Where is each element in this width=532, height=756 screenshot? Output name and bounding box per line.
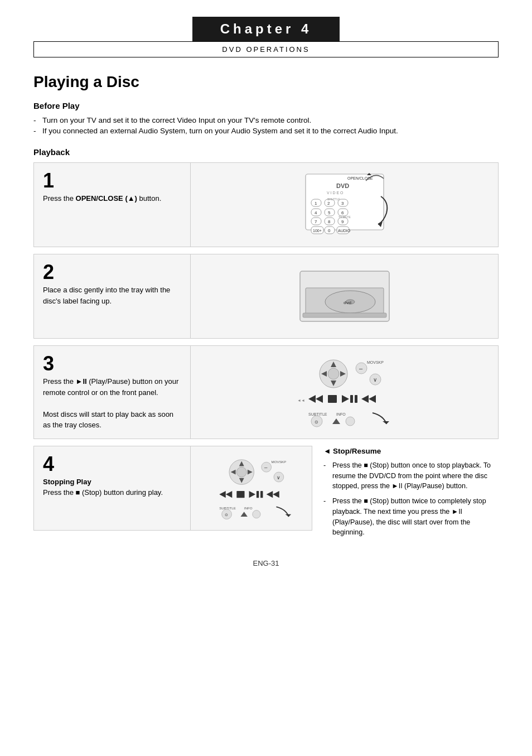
bottom-left: 4 Stopping Play Press the ■ (Stop) butto… bbox=[33, 446, 312, 543]
svg-text:V I D E O: V I D E O bbox=[327, 191, 344, 195]
svg-point-89 bbox=[252, 510, 260, 518]
step-4-svg: – ∨ MOVSKP SUBTITLE INFO ⊙ bbox=[207, 452, 296, 524]
before-play-list: Turn on your TV and set it to the correc… bbox=[33, 116, 499, 135]
svg-text:INFO: INFO bbox=[244, 505, 252, 509]
svg-text:∨: ∨ bbox=[373, 377, 377, 383]
before-play-heading: Before Play bbox=[33, 101, 499, 110]
stop-resume-item-1: Press the ■ (Stop) button once to stop p… bbox=[323, 460, 499, 492]
svg-rect-80 bbox=[256, 490, 258, 497]
svg-marker-63 bbox=[383, 421, 389, 424]
step-4-left: 4 Stopping Play Press the ■ (Stop) butto… bbox=[34, 446, 190, 530]
svg-text:–: – bbox=[359, 365, 363, 372]
svg-text:MOVSKP: MOVSKP bbox=[271, 460, 286, 464]
svg-marker-52 bbox=[342, 395, 349, 403]
step-3-left: 3 Press the ►II (Play/Pause) button on y… bbox=[34, 346, 190, 439]
chapter-header: Chapter 4 DVD Operations bbox=[33, 17, 499, 57]
svg-marker-83 bbox=[273, 490, 279, 497]
step-1-svg: DVD V I D E O OPEN/CLOSE 1 2 SHUTTLE 3 4… bbox=[294, 168, 395, 241]
step-2-box: 2 Place a disc gently into the tray with… bbox=[33, 254, 499, 339]
step-1-box: 1 Press the OPEN/CLOSE (▲) button. DVD V… bbox=[33, 162, 499, 247]
svg-text:DVD: DVD bbox=[336, 182, 349, 189]
svg-marker-50 bbox=[316, 395, 323, 403]
svg-marker-90 bbox=[285, 514, 291, 516]
step-4-diagram: – ∨ MOVSKP SUBTITLE INFO ⊙ bbox=[190, 446, 312, 530]
svg-text:INFO: INFO bbox=[336, 412, 346, 416]
stop-resume-list: Press the ■ (Stop) button once to stop p… bbox=[323, 460, 499, 538]
svg-text:5: 5 bbox=[328, 210, 331, 215]
steps-section: 1 Press the OPEN/CLOSE (▲) button. DVD V… bbox=[33, 162, 499, 439]
step-3-diagram: – ∨ MOVSKP SUBTITLE INFO bbox=[190, 346, 498, 439]
svg-text:⊙: ⊙ bbox=[315, 420, 318, 425]
stop-resume-heading: ◄ Stop/Resume bbox=[323, 446, 499, 457]
svg-text:2: 2 bbox=[327, 201, 330, 206]
svg-rect-51 bbox=[328, 395, 337, 403]
svg-text:6: 6 bbox=[341, 210, 344, 215]
svg-text:–: – bbox=[264, 464, 268, 470]
step-2-left: 2 Place a disc gently into the tray with… bbox=[34, 254, 190, 338]
svg-text:8: 8 bbox=[328, 219, 331, 224]
step-1-diagram: DVD V I D E O OPEN/CLOSE 1 2 SHUTTLE 3 4… bbox=[190, 163, 498, 247]
svg-marker-56 bbox=[369, 395, 376, 403]
step-2-text: Place a disc gently into the tray with t… bbox=[43, 285, 181, 306]
svg-text:3: 3 bbox=[341, 201, 344, 206]
chapter-subtitle: DVD Operations bbox=[33, 41, 499, 57]
svg-text:9: 9 bbox=[341, 219, 344, 224]
svg-marker-49 bbox=[308, 395, 316, 403]
list-item: If you connected an external Audio Syste… bbox=[33, 127, 499, 135]
step-3-svg: – ∨ MOVSKP SUBTITLE INFO bbox=[294, 351, 395, 432]
chapter-title: Chapter 4 bbox=[192, 17, 340, 41]
stop-resume-section: ◄ Stop/Resume Press the ■ (Stop) button … bbox=[323, 446, 499, 543]
svg-marker-82 bbox=[266, 490, 273, 497]
svg-marker-88 bbox=[240, 512, 247, 517]
step-4-number: 4 bbox=[43, 454, 181, 474]
step-2-number: 2 bbox=[43, 262, 181, 282]
svg-rect-81 bbox=[260, 490, 263, 497]
step-2-svg: dvd bbox=[294, 260, 395, 333]
step-2-diagram: dvd bbox=[190, 254, 498, 338]
stop-resume-item-2: Press the ■ (Stop) button twice to compl… bbox=[323, 496, 499, 538]
svg-text:0: 0 bbox=[328, 228, 331, 233]
playback-heading: Playback bbox=[33, 147, 499, 157]
svg-rect-53 bbox=[350, 395, 353, 403]
svg-text:1: 1 bbox=[315, 201, 317, 206]
page-footer: ENG-31 bbox=[33, 559, 499, 567]
svg-point-66 bbox=[236, 467, 246, 477]
svg-text:dvd: dvd bbox=[344, 300, 351, 305]
page-title: Playing a Disc bbox=[33, 73, 499, 91]
svg-point-62 bbox=[346, 417, 355, 426]
list-item: Turn on your TV and set it to the correc… bbox=[33, 116, 499, 124]
svg-marker-77 bbox=[225, 490, 232, 497]
svg-marker-61 bbox=[332, 418, 340, 424]
step-3-number: 3 bbox=[43, 354, 181, 374]
svg-marker-79 bbox=[249, 490, 255, 497]
step-4-subheading: Stopping Play bbox=[43, 478, 91, 486]
step-1-text: Press the OPEN/CLOSE (▲) button. bbox=[43, 193, 181, 204]
svg-text:◄◄: ◄◄ bbox=[297, 398, 305, 402]
step-1-number: 1 bbox=[43, 171, 181, 191]
step-4-box: 4 Stopping Play Press the ■ (Stop) butto… bbox=[33, 446, 312, 531]
svg-text:MOVSKP: MOVSKP bbox=[367, 360, 384, 364]
step-1-left: 1 Press the OPEN/CLOSE (▲) button. bbox=[34, 163, 190, 247]
step-3-text: Press the ►II (Play/Pause) button on you… bbox=[43, 376, 181, 431]
bottom-section: 4 Stopping Play Press the ■ (Stop) butto… bbox=[33, 446, 499, 543]
svg-text:∨: ∨ bbox=[277, 474, 280, 480]
svg-marker-55 bbox=[361, 395, 369, 403]
step-3-box: 3 Press the ►II (Play/Pause) button on y… bbox=[33, 345, 499, 439]
svg-rect-78 bbox=[236, 490, 244, 497]
svg-text:7: 7 bbox=[315, 219, 317, 224]
svg-point-39 bbox=[328, 368, 339, 379]
svg-text:AUDIO: AUDIO bbox=[338, 229, 351, 233]
svg-text:TV MUTE: TV MUTE bbox=[338, 215, 351, 219]
page-number: ENG-31 bbox=[253, 559, 279, 567]
svg-rect-37 bbox=[303, 313, 386, 317]
svg-rect-54 bbox=[355, 395, 357, 403]
svg-marker-76 bbox=[219, 490, 226, 497]
svg-text:⊙: ⊙ bbox=[225, 513, 228, 517]
step-4-text: Stopping Play Press the ■ (Stop) button … bbox=[43, 476, 181, 498]
svg-text:100+: 100+ bbox=[313, 229, 322, 233]
svg-text:4: 4 bbox=[315, 210, 317, 215]
